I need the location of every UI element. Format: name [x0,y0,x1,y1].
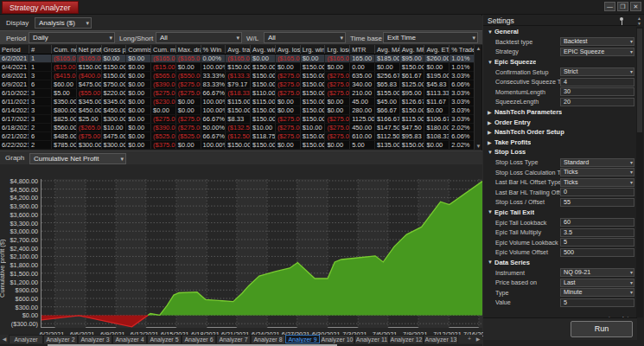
run-button[interactable]: Run [571,321,633,337]
tab-analyzer-13[interactable]: Analyzer 13 [424,335,458,343]
column-header[interactable]: Lrg. lose [325,45,350,54]
collapse-icon[interactable]: ▼ [488,29,494,35]
field-input[interactable]: 60 [560,218,634,227]
expand-icon[interactable]: ▶ [488,139,494,145]
field-dropdown[interactable]: Ticks▾ [560,178,634,187]
scroll-up-icon[interactable]: ▲ [475,45,482,52]
expand-icon[interactable]: ▶ [488,109,494,115]
settings-section-header[interactable]: ▼Epic Squeeze [483,57,637,67]
scroll-down-icon[interactable]: ▼ [475,143,482,150]
settings-scroll-arrows[interactable]: ▲ ▼ [635,16,643,26]
field-dropdown[interactable]: EPIC Squeeze▾ [560,48,634,56]
tab-analyzer-12[interactable]: Analyzer 12 [389,335,424,343]
column-header[interactable]: Avg. ETI [424,45,450,54]
settings-section-header[interactable]: ▶Take Profits [483,138,637,148]
settings-section-header[interactable]: ▼Data Series [483,258,637,268]
settings-scrollbar[interactable] [636,27,643,317]
tab-analyzer-5[interactable]: Analyzer 5 [147,335,182,343]
longshort-dropdown[interactable]: All▾ [156,32,242,43]
field-input[interactable]: 4 [560,78,634,86]
table-row[interactable]: 6/10/20213$5.00($55.00)$220.00$0.00($275… [0,89,475,98]
table-row[interactable]: 6/18/20212$560.00($265.00)$10.00$0.00($3… [0,124,475,132]
expand-icon[interactable]: ▶ [488,119,494,125]
table-row[interactable]: 6/2/20211($165.00)($165.00)$0.00$0.00($1… [0,54,475,63]
settings-section-header[interactable]: ▶Order Entry [483,117,637,127]
field-dropdown[interactable]: Backtest▾ [560,37,634,46]
wl-dropdown[interactable]: All▾ [264,32,346,43]
column-header[interactable]: Commis [126,45,151,54]
close-icon[interactable]: ✕ [630,2,641,11]
field-input[interactable]: 3.5 [560,228,634,237]
collapse-icon[interactable]: ▼ [488,209,494,215]
column-header[interactable]: Cum. ne [52,45,77,54]
column-header[interactable]: # [29,45,52,54]
tab-analyzer-3[interactable]: Analyzer 3 [78,335,112,343]
field-dropdown[interactable]: Strict▾ [560,67,634,76]
column-header[interactable]: Avg. MAI [375,45,400,54]
column-header[interactable]: % Trade [450,45,475,54]
tab-analyzer-6[interactable]: Analyzer 6 [182,335,216,343]
table-row[interactable]: 6/8/20213($415.00)($400.00)$150.00$0.00(… [0,72,475,80]
column-header[interactable]: Avg. trad [226,45,251,54]
settings-section-header[interactable]: ▼Epic Tail Exit [483,208,637,218]
table-row[interactable]: 6/21/20216$485.00($75.00)$475.00$0.00($5… [0,132,475,141]
add-tab-icon[interactable]: + [465,335,474,343]
table-row[interactable]: 6/17/20213$825.00$25.00$300.00$0.00($275… [0,115,475,124]
period-dropdown[interactable]: Daily▾ [29,32,115,43]
column-header[interactable]: Net profit [77,45,102,54]
tab-analyzer-8[interactable]: Analyzer 8 [251,335,285,343]
pin-icon[interactable] [618,17,625,25]
expand-icon[interactable]: ▶ [488,129,494,135]
column-header[interactable]: Period [0,45,29,54]
tab-scroll-right-icon[interactable]: ▶ [474,335,482,343]
field-dropdown[interactable]: Minute▾ [560,288,634,297]
settings-section-header[interactable]: ▼Stop Loss [483,147,637,157]
tab-analyzer-2[interactable]: Analyzer 2 [43,335,78,343]
settings-section-header[interactable]: ▼General [483,27,637,37]
timebase-dropdown[interactable]: Exit Time▾ [383,32,478,43]
field-input[interactable]: 0 [560,188,634,196]
column-header[interactable]: Avg. lose [276,45,301,54]
column-header[interactable]: Lrg. winr [301,45,326,54]
column-header[interactable]: Avg. MFI [400,45,425,54]
table-row[interactable]: 6/4/20211($15.00)$150.00$150.00$0.00($15… [0,63,475,72]
field-dropdown[interactable]: Ticks▾ [560,168,634,176]
minimize-icon[interactable]: — [604,2,615,11]
window-title-tab[interactable]: Strategy Analyzer [2,1,79,14]
field-dropdown[interactable]: Standard▾ [560,158,634,167]
column-header[interactable]: Max. dra [176,45,201,54]
settings-section-header[interactable]: ▶NashTech Order Setup [483,127,637,138]
column-header[interactable]: Gross pr [102,45,127,54]
column-header[interactable]: MTR [350,45,375,54]
field-input[interactable]: 5 [560,238,634,247]
table-row[interactable]: 6/11/20213$350.00$345.00$345.00$0.00($23… [0,98,475,106]
tab-analyzer-7[interactable]: Analyzer 7 [216,335,251,343]
tab-analyzer[interactable]: Analyzer [9,335,43,343]
field-dropdown[interactable]: Last▾ [560,279,634,287]
field-input[interactable]: 5 [560,298,634,307]
field-input[interactable]: 20 [560,98,634,106]
field-input[interactable]: 500 [560,248,634,257]
collapse-icon[interactable]: ▼ [488,260,494,265]
tab-scroll-left-icon[interactable]: ◀ [0,335,9,343]
tab-analyzer-10[interactable]: Analyzer 10 [320,335,354,343]
tab-analyzer-4[interactable]: Analyzer 4 [112,335,147,343]
settings-section-header[interactable]: ▶NashTech Parameters [483,107,637,118]
field-input[interactable]: 55 [560,198,634,207]
column-header[interactable]: Cum. ma [151,45,176,54]
graph-type-dropdown[interactable]: Cumulative Net Profit▾ [29,153,126,164]
column-header[interactable]: % Win [201,45,226,54]
field-dropdown[interactable]: NQ 09-21▾ [560,268,634,277]
collapse-icon[interactable]: ▼ [488,150,494,155]
scroll-down-icon[interactable]: ▼ [635,21,643,26]
column-header[interactable]: Avg. win [251,45,276,54]
table-row[interactable]: 6/14/20213$800.00$450.00$450.00$0.00$0.0… [0,106,475,115]
table-row[interactable]: 6/9/20216$60.00$475.00$750.00$0.00($390.… [0,80,475,89]
scrollbar-thumb[interactable] [637,29,642,132]
collapse-icon[interactable]: ▼ [488,60,494,65]
tab-analyzer-9[interactable]: Analyzer 9 [285,335,320,343]
table-scrollbar[interactable]: ▲ ▼ [474,45,481,150]
restore-icon[interactable]: ❐ [617,2,628,11]
display-dropdown[interactable]: Analysis ($)▾ [35,17,92,29]
tab-analyzer-11[interactable]: Analyzer 11 [354,335,389,343]
